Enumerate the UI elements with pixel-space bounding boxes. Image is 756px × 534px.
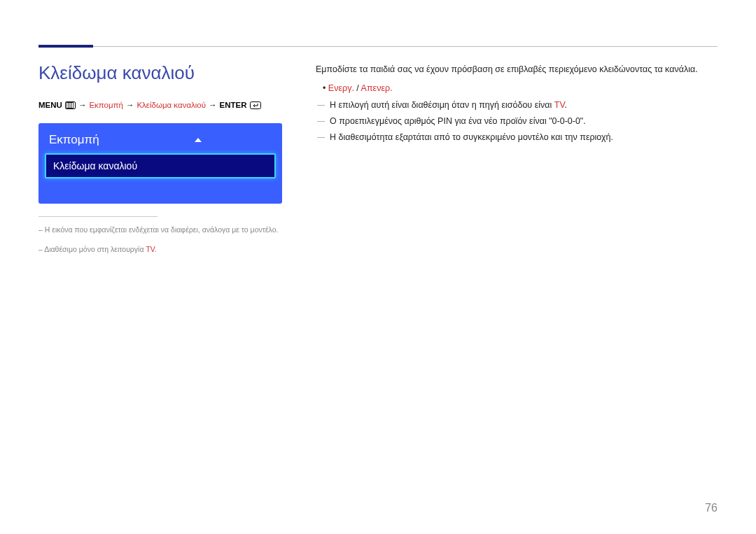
chevron-up-icon — [195, 138, 202, 142]
path-seg-2: Κλείδωμα καναλιού — [136, 101, 206, 109]
svg-rect-0 — [66, 102, 69, 108]
intro-text: Εμποδίστε τα παιδιά σας να έχουν πρόσβασ… — [316, 62, 718, 77]
enter-label: ENTER — [220, 101, 247, 109]
footnote-1: – Η εικόνα που εμφανίζεται ενδέχεται να … — [38, 224, 282, 237]
option-list: Ενεργ. / Απενερ. — [316, 81, 718, 96]
svg-rect-2 — [71, 102, 73, 108]
note-2: Ο προεπιλεγμένος αριθμός PIN για ένα νέο… — [316, 114, 718, 129]
enter-icon — [250, 101, 261, 109]
note-1: Η επιλογή αυτή είναι διαθέσιμη όταν η πη… — [316, 98, 718, 113]
footnote-2-prefix: Διαθέσιμο μόνο στη λειτουργία — [44, 245, 146, 253]
note-1-suffix: . — [565, 100, 567, 110]
right-column: Εμποδίστε τα παιδιά σας να έχουν πρόσβασ… — [316, 62, 718, 263]
top-divider — [38, 46, 718, 47]
option-item: Ενεργ. / Απενερ. — [323, 81, 718, 96]
menu-icon — [65, 101, 76, 109]
page-title: Κλείδωμα καναλιού — [38, 62, 282, 84]
footnote-2-tv: TV — [146, 245, 154, 253]
footnote-1-text: Η εικόνα που εμφανίζεται ενδέχεται να δι… — [45, 225, 279, 234]
svg-rect-1 — [69, 102, 71, 108]
content-area: Κλείδωμα καναλιού MENU → Εκπομπή → Κλείδ… — [38, 62, 718, 263]
arrow-icon: → — [126, 101, 134, 109]
footnote-divider — [38, 216, 158, 217]
menu-label: MENU — [38, 101, 62, 109]
footnote-2: – Διαθέσιμο μόνο στη λειτουργία TV. — [38, 244, 282, 256]
option-sep: / — [354, 83, 361, 93]
left-column: Κλείδωμα καναλιού MENU → Εκπομπή → Κλείδ… — [38, 62, 282, 263]
menu-path: MENU → Εκπομπή → Κλείδωμα καναλιού → ENT… — [38, 101, 282, 109]
note-1-prefix: Η επιλογή αυτή είναι διαθέσιμη όταν η πη… — [330, 100, 554, 110]
arrow-icon: → — [78, 101, 87, 109]
option-on: Ενεργ. — [328, 83, 354, 93]
note-1-tv: TV — [554, 100, 565, 110]
arrow-icon: → — [209, 101, 217, 109]
note-3: Η διαθεσιμότητα εξαρτάται από το συγκεκρ… — [316, 130, 718, 145]
menu-panel-header: Εκπομπή — [45, 130, 276, 153]
path-seg-1: Εκπομπή — [89, 101, 123, 109]
page-number: 76 — [705, 502, 718, 514]
menu-header-label: Εκπομπή — [49, 133, 99, 147]
menu-item-channel-lock[interactable]: Κλείδωμα καναλιού — [45, 153, 276, 178]
option-off: Απενερ. — [361, 83, 393, 93]
menu-panel: Εκπομπή Κλείδωμα καναλιού — [38, 123, 282, 204]
footnote-2-suffix: . — [155, 245, 157, 253]
top-accent-bar — [38, 45, 93, 48]
